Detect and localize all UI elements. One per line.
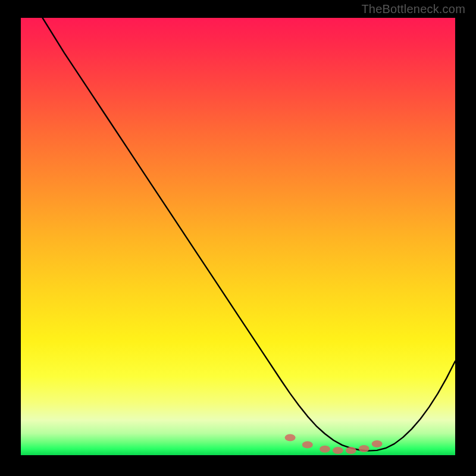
highlight-dot [302, 441, 313, 448]
watermark-text: TheBottleneck.com [361, 2, 465, 16]
highlight-dots [285, 434, 383, 454]
highlight-dot [359, 445, 369, 452]
curve-layer [21, 18, 455, 455]
gradient-plot-area [21, 18, 455, 455]
highlight-dot [372, 440, 383, 447]
chart-stage: TheBottleneck.com [0, 0, 476, 476]
highlight-dot [346, 447, 356, 454]
highlight-dot [285, 434, 296, 441]
highlight-dot [320, 446, 330, 453]
bottleneck-curve [43, 18, 456, 451]
highlight-dot [333, 447, 343, 454]
